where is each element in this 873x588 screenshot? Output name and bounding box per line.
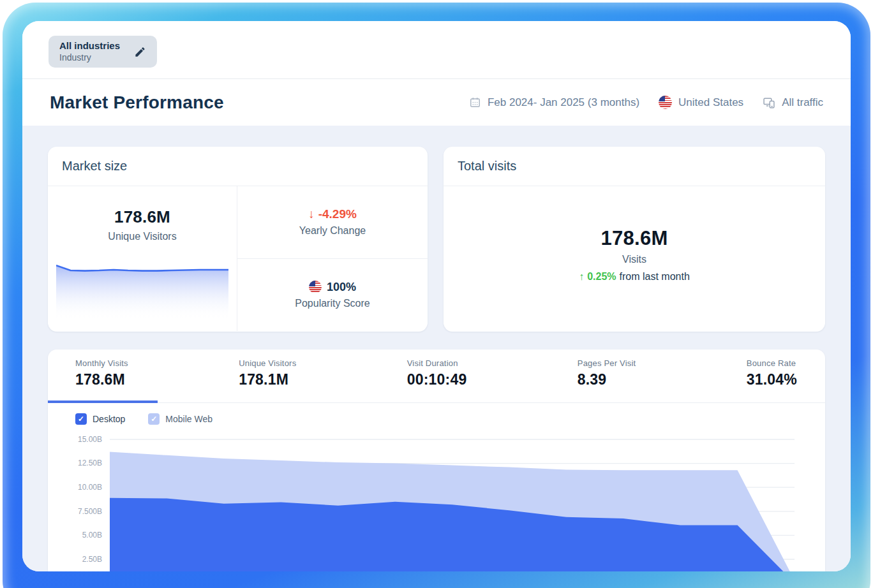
popularity-value: 100% xyxy=(327,281,356,294)
y-tick: 15.00B xyxy=(48,435,102,444)
unique-visitors-value: 178.6M xyxy=(48,207,237,227)
total-visits-title: Total visits xyxy=(444,147,825,186)
total-visits-change: ↑ 0.25% from last month xyxy=(444,271,825,283)
pencil-icon[interactable] xyxy=(134,46,146,58)
market-size-right: ↓ -4.29% Yearly Change 100% Popularity S… xyxy=(237,186,428,331)
traffic-chart-area: 15.00B 12.50B 10.00B 7.500B 5.00B 2.50B xyxy=(48,432,825,571)
y-tick: 10.00B xyxy=(48,483,102,492)
desktop-checkbox-label: Desktop xyxy=(93,414,125,424)
top-bar: All industries Industry xyxy=(22,21,851,79)
tab-unique-visitors[interactable]: Unique Visitors 178.1M xyxy=(239,358,296,402)
yearly-change-label: Yearly Change xyxy=(299,225,366,237)
calendar-icon xyxy=(469,96,481,108)
y-axis-labels: 15.00B 12.50B 10.00B 7.500B 5.00B 2.50B xyxy=(48,432,102,571)
total-visits-card: Total visits 178.6M Visits ↑ 0.25% from … xyxy=(444,147,825,332)
market-size-card: Market size 178.6M Unique Visitors xyxy=(48,147,428,332)
traffic-filter-label: All traffic xyxy=(782,96,823,109)
total-visits-body: 178.6M Visits ↑ 0.25% from last month xyxy=(444,186,825,283)
popularity-cell: 100% Popularity Score xyxy=(237,259,428,332)
down-arrow-icon: ↓ xyxy=(308,207,315,221)
total-visits-value: 178.6M xyxy=(444,227,825,250)
up-arrow-icon: ↑ xyxy=(579,271,584,283)
industry-chip[interactable]: All industries Industry xyxy=(48,36,157,68)
unique-visitors-sparkline xyxy=(56,258,228,330)
date-range-selector[interactable]: Feb 2024- Jan 2025 (3 months) xyxy=(469,96,639,109)
traffic-chart xyxy=(110,432,795,571)
popularity-label: Popularity Score xyxy=(295,298,369,309)
visits-change-value: 0.25% xyxy=(587,271,616,283)
country-label: United States xyxy=(678,96,743,109)
total-visits-label: Visits xyxy=(444,254,825,265)
industry-chip-text: All industries Industry xyxy=(59,40,120,63)
yearly-change-value: -4.29% xyxy=(318,207,357,221)
traffic-filter[interactable]: All traffic xyxy=(763,96,823,109)
metrics-card: Monthly Visits 178.6M Unique Visitors 17… xyxy=(48,349,825,571)
page-header: Market Performance Feb 2024- Jan 2025 (3… xyxy=(22,79,851,126)
y-tick: 12.50B xyxy=(48,459,102,467)
industry-chip-label: Industry xyxy=(59,52,120,64)
tab-bounce-rate[interactable]: Bounce Rate 31.04% xyxy=(747,358,797,402)
tab-visit-duration[interactable]: Visit Duration 00:10:49 xyxy=(407,358,467,402)
us-flag-icon xyxy=(659,96,672,109)
yearly-change-cell: ↓ -4.29% Yearly Change xyxy=(237,186,428,259)
tab-monthly-visits[interactable]: Monthly Visits 178.6M xyxy=(75,358,128,402)
chart-legend: ✓ Desktop ✓ Mobile Web xyxy=(48,403,825,425)
country-selector[interactable]: United States xyxy=(659,96,743,109)
visits-change-suffix: from last month xyxy=(620,271,690,283)
desktop-checkbox[interactable]: ✓ xyxy=(75,413,87,425)
industry-chip-value: All industries xyxy=(59,40,120,52)
app-window: All industries Industry Market Performan… xyxy=(22,21,851,571)
mobile-web-checkbox[interactable]: ✓ xyxy=(148,413,160,425)
popularity-flag-icon xyxy=(309,281,322,293)
market-size-body: 178.6M Unique Visitors xyxy=(48,186,428,331)
active-tab-underline xyxy=(48,401,158,403)
desktop-checkbox-item[interactable]: ✓ Desktop xyxy=(75,413,125,425)
unique-visitors-cell: 178.6M Unique Visitors xyxy=(48,186,237,331)
unique-visitors-label: Unique Visitors xyxy=(48,231,237,242)
y-tick: 5.00B xyxy=(48,531,102,540)
date-range-label: Feb 2024- Jan 2025 (3 months) xyxy=(488,96,639,109)
content-area: Market size 178.6M Unique Visitors xyxy=(22,126,851,571)
y-tick: 2.50B xyxy=(48,555,102,564)
mobile-web-checkbox-label: Mobile Web xyxy=(165,414,213,424)
devices-icon xyxy=(763,96,775,109)
tab-pages-per-visit[interactable]: Pages Per Visit 8.39 xyxy=(578,358,636,402)
header-meta: Feb 2024- Jan 2025 (3 months) United Sta… xyxy=(469,96,823,109)
page-title: Market Performance xyxy=(50,92,224,113)
mobile-web-checkbox-item[interactable]: ✓ Mobile Web xyxy=(148,413,213,425)
summary-cards-row: Market size 178.6M Unique Visitors xyxy=(48,147,825,332)
y-tick: 7.500B xyxy=(48,507,102,516)
market-size-title: Market size xyxy=(48,147,428,186)
metrics-tabs-row: Monthly Visits 178.6M Unique Visitors 17… xyxy=(48,349,825,403)
